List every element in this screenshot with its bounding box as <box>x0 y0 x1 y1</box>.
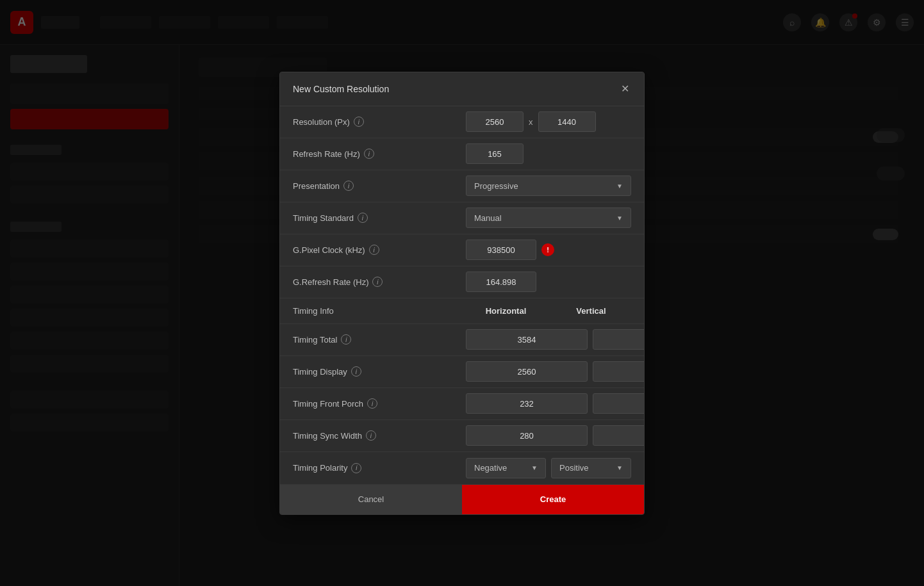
chevron-down-icon: ▼ <box>531 464 538 471</box>
grefresh-rate-row: G.Refresh Rate (Hz) i <box>280 266 644 298</box>
modal-dialog: New Custom Resolution ✕ Resolution (Px) … <box>279 72 645 515</box>
chevron-down-icon: ▼ <box>616 215 623 222</box>
timing-vertical-header: Vertical <box>551 306 631 316</box>
cancel-button[interactable]: Cancel <box>280 485 462 514</box>
timing-display-v-input[interactable] <box>593 361 645 382</box>
presentation-help-icon[interactable]: i <box>343 181 354 191</box>
resolution-separator: x <box>529 117 533 127</box>
refresh-rate-help-icon[interactable]: i <box>364 149 374 159</box>
modal-backdrop: New Custom Resolution ✕ Resolution (Px) … <box>0 0 924 586</box>
gpixel-clock-help-icon[interactable]: i <box>369 245 379 255</box>
grefresh-rate-control <box>466 272 631 292</box>
timing-sync-width-label: Timing Sync Width i <box>293 430 466 441</box>
timing-polarity-row: Timing Polarity i Negative ▼ Positive ▼ <box>280 452 644 484</box>
timing-standard-dropdown[interactable]: Manual ▼ <box>466 208 631 228</box>
timing-polarity-label: Timing Polarity i <box>293 463 466 473</box>
timing-standard-row: Timing Standard i Manual ▼ <box>280 202 644 234</box>
timing-standard-help-icon[interactable]: i <box>358 213 368 223</box>
timing-display-label: Timing Display i <box>293 366 466 377</box>
timing-standard-control: Manual ▼ <box>466 208 631 228</box>
timing-polarity-help-icon[interactable]: i <box>351 463 361 473</box>
timing-front-porch-label: Timing Front Porch i <box>293 398 466 409</box>
polarity-v-dropdown[interactable]: Positive ▼ <box>551 458 631 478</box>
timing-sync-width-v-input[interactable] <box>593 425 645 446</box>
refresh-rate-row: Refresh Rate (Hz) i <box>280 138 644 170</box>
timing-sync-width-inputs <box>466 425 645 446</box>
chevron-down-icon: ▼ <box>616 464 623 471</box>
presentation-row: Presentation i Progressive ▼ <box>280 170 644 202</box>
gpixel-clock-row: G.Pixel Clock (kHz) i ! <box>280 234 644 266</box>
timing-display-help-icon[interactable]: i <box>351 366 361 377</box>
resolution-label: Resolution (Px) i <box>293 117 466 127</box>
presentation-label: Presentation i <box>293 181 466 191</box>
timing-sync-width-help-icon[interactable]: i <box>366 430 376 441</box>
timing-front-porch-inputs <box>466 393 645 414</box>
timing-total-inputs <box>466 329 645 350</box>
timing-total-h-input[interactable] <box>466 329 588 350</box>
timing-sync-width-h-input[interactable] <box>466 425 588 446</box>
resolution-control: x <box>466 111 631 132</box>
create-button[interactable]: Create <box>462 485 644 514</box>
refresh-rate-input[interactable] <box>466 143 524 164</box>
resolution-row: Resolution (Px) i x <box>280 106 644 138</box>
timing-horizontal-header: Horizontal <box>466 306 546 316</box>
resolution-height-input[interactable] <box>538 111 596 132</box>
timing-total-v-input[interactable] <box>593 329 645 350</box>
timing-standard-label: Timing Standard i <box>293 213 466 223</box>
polarity-h-dropdown[interactable]: Negative ▼ <box>466 458 546 478</box>
timing-front-porch-row: Timing Front Porch i <box>280 388 644 420</box>
timing-total-row: Timing Total i <box>280 324 644 356</box>
refresh-rate-label: Refresh Rate (Hz) i <box>293 149 466 159</box>
error-icon: ! <box>541 243 554 256</box>
presentation-control: Progressive ▼ <box>466 175 631 196</box>
timing-sync-width-row: Timing Sync Width i <box>280 420 644 452</box>
timing-info-label: Timing Info <box>293 306 466 316</box>
gpixel-clock-label: G.Pixel Clock (kHz) i <box>293 245 466 255</box>
timing-cols: Horizontal Vertical <box>466 306 631 316</box>
timing-display-row: Timing Display i <box>280 356 644 388</box>
gpixel-clock-control: ! <box>466 240 631 260</box>
resolution-width-input[interactable] <box>466 111 524 132</box>
close-button[interactable]: ✕ <box>618 83 631 95</box>
polarity-dropdowns: Negative ▼ Positive ▼ <box>466 458 631 478</box>
timing-front-porch-v-input[interactable] <box>593 393 645 414</box>
refresh-rate-control <box>466 143 631 164</box>
modal-header: New Custom Resolution ✕ <box>280 72 644 106</box>
modal-footer: Cancel Create <box>280 484 644 514</box>
grefresh-rate-label: G.Refresh Rate (Hz) i <box>293 277 466 287</box>
timing-display-inputs <box>466 361 645 382</box>
resolution-help-icon[interactable]: i <box>354 117 364 127</box>
timing-info-header: Timing Info Horizontal Vertical <box>280 298 644 324</box>
timing-display-h-input[interactable] <box>466 361 588 382</box>
gpixel-clock-input[interactable] <box>466 240 536 260</box>
grefresh-rate-help-icon[interactable]: i <box>372 277 383 287</box>
presentation-dropdown[interactable]: Progressive ▼ <box>466 175 631 196</box>
chevron-down-icon: ▼ <box>616 183 623 190</box>
timing-front-porch-h-input[interactable] <box>466 393 588 414</box>
modal-title: New Custom Resolution <box>293 84 389 94</box>
timing-total-label: Timing Total i <box>293 334 466 345</box>
timing-front-porch-help-icon[interactable]: i <box>367 398 377 409</box>
grefresh-rate-input[interactable] <box>466 272 536 292</box>
modal-body: Resolution (Px) i x Refresh Rate (Hz) i <box>280 106 644 484</box>
timing-total-help-icon[interactable]: i <box>341 334 351 345</box>
